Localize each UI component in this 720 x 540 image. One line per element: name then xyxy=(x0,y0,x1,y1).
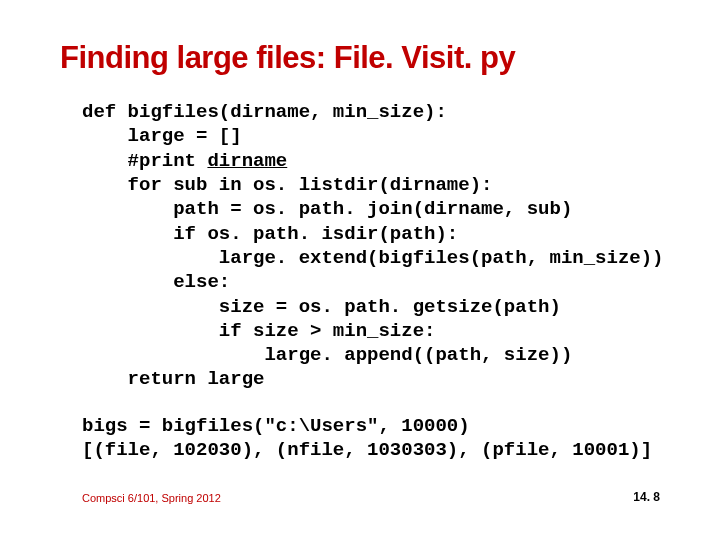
page-title: Finding large files: File. Visit. py xyxy=(60,40,662,76)
footer-course: Compsci 6/101, Spring 2012 xyxy=(82,492,221,504)
code-line: large. append((path, size)) xyxy=(82,344,572,366)
code-line: large. extend(bigfiles(path, min_size)) xyxy=(82,247,664,269)
code-line: path = os. path. join(dirname, sub) xyxy=(82,198,572,220)
output-line: [(file, 102030), (nfile, 1030303), (pfil… xyxy=(82,439,652,461)
code-line: else: xyxy=(82,271,230,293)
code-line: #print xyxy=(82,150,207,172)
code-line: for sub in os. listdir(dirname): xyxy=(82,174,492,196)
code-line: if os. path. isdir(path): xyxy=(82,223,458,245)
code-line: def bigfiles(dirname, min_size): xyxy=(82,101,447,123)
output-block: bigs = bigfiles("c:\Users", 10000) [(fil… xyxy=(82,414,662,463)
output-line: bigs = bigfiles("c:\Users", 10000) xyxy=(82,415,470,437)
code-line: if size > min_size: xyxy=(82,320,435,342)
code-block: def bigfiles(dirname, min_size): large =… xyxy=(82,100,662,392)
code-line: size = os. path. getsize(path) xyxy=(82,296,561,318)
code-line: return large xyxy=(82,368,264,390)
slide: Finding large files: File. Visit. py def… xyxy=(0,0,720,540)
code-underline: dirname xyxy=(207,150,287,172)
footer-page-number: 14. 8 xyxy=(633,490,660,504)
code-line: large = [] xyxy=(82,125,242,147)
